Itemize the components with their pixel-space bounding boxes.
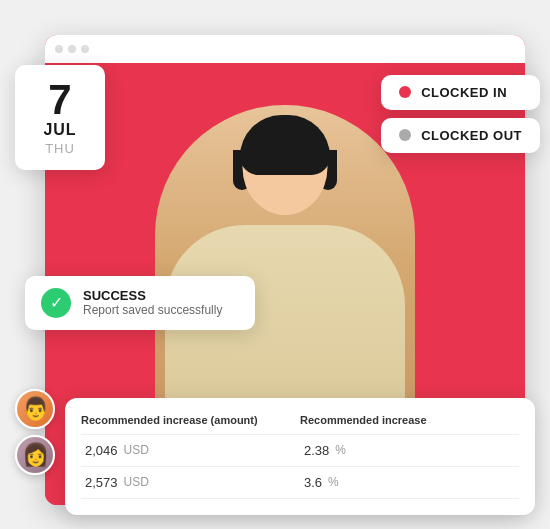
- table-cell-amount-2: 2,573 USD: [81, 467, 300, 499]
- table-unit-amount-1: USD: [124, 443, 149, 457]
- table-value-amount-1: 2,046: [85, 443, 118, 458]
- success-text: SUCCESS Report saved successfully: [83, 288, 222, 317]
- table-value-increase-2: 3.6: [304, 475, 322, 490]
- table-unit-increase-2: %: [328, 475, 339, 489]
- success-icon: ✓: [41, 288, 71, 318]
- avatar-1-emoji: 👨: [22, 396, 49, 422]
- table-header-amount: Recommended increase (amount): [81, 414, 300, 435]
- avatar-person-1: 👨: [15, 389, 55, 429]
- table-cell-amount-1: 2,046 USD: [81, 435, 300, 467]
- avatar-2-emoji: 👩: [22, 442, 49, 468]
- clock-out-label: CLOCKED OUT: [421, 128, 522, 143]
- clock-out-dot: [399, 129, 411, 141]
- table-unit-increase-1: %: [335, 443, 346, 457]
- table-value-increase-1: 2.38: [304, 443, 329, 458]
- clock-in-card: CLOCKED IN: [381, 75, 540, 110]
- clock-in-dot: [399, 86, 411, 98]
- table-cell-increase-1: 2.38 %: [300, 435, 519, 467]
- success-subtitle: Report saved successfully: [83, 303, 222, 317]
- date-month: JUL: [35, 121, 85, 139]
- avatar-person-2: 👩: [15, 435, 55, 475]
- scene: 7 JUL THU CLOCKED IN CLOCKED OUT ✓ SUCCE…: [15, 15, 535, 515]
- date-card: 7 JUL THU: [15, 65, 105, 170]
- browser-bar: [45, 35, 525, 63]
- date-day: 7: [35, 79, 85, 121]
- table-unit-amount-2: USD: [124, 475, 149, 489]
- avatars: 👨 👩: [15, 389, 55, 475]
- clock-in-label: CLOCKED IN: [421, 85, 507, 100]
- table-grid: Recommended increase (amount) Recommende…: [81, 414, 519, 499]
- success-title: SUCCESS: [83, 288, 222, 303]
- clock-out-card: CLOCKED OUT: [381, 118, 540, 153]
- table-value-amount-2: 2,573: [85, 475, 118, 490]
- table-cell-increase-2: 3.6 %: [300, 467, 519, 499]
- browser-dot-1: [55, 45, 63, 53]
- clock-cards: CLOCKED IN CLOCKED OUT: [381, 75, 540, 153]
- browser-dot-2: [68, 45, 76, 53]
- date-weekday: THU: [35, 141, 85, 156]
- success-toast: ✓ SUCCESS Report saved successfully: [25, 276, 255, 330]
- table-header-increase: Recommended increase: [300, 414, 519, 435]
- browser-dot-3: [81, 45, 89, 53]
- table-card: Recommended increase (amount) Recommende…: [65, 398, 535, 515]
